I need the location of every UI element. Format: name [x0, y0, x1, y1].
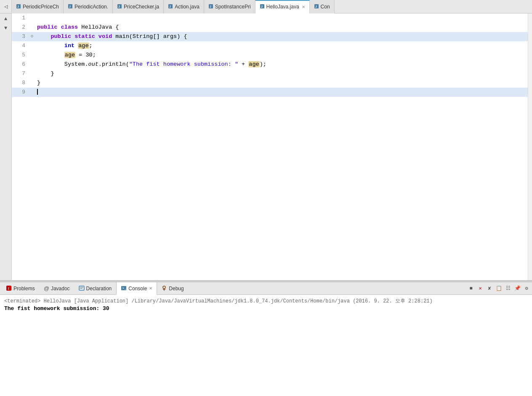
code-line-4: 4 int age; [12, 41, 528, 51]
editor-pane[interactable]: 12public class HelloJava {3⊖ public stat… [12, 13, 528, 280]
console-output-area: <terminated> HelloJava [Java Application… [0, 295, 532, 396]
code-area[interactable]: 12public class HelloJava {3⊖ public stat… [12, 13, 528, 280]
tab-hellojava[interactable]: JHelloJava.java✕ [255, 0, 310, 13]
tab-periodicaction[interactable]: JPeriodicAction. [63, 0, 113, 13]
tab-label: SpotInstancePri [215, 4, 251, 10]
editor-left-gutter: ▲ ▼ [0, 13, 12, 280]
tab-actionjava[interactable]: JAction.java [163, 0, 204, 13]
tab-periodicpricech[interactable]: JPeriodicPriceCh [11, 0, 64, 13]
collapse-gutter [29, 41, 35, 51]
line-content[interactable]: } [35, 69, 528, 78]
variable-age: age [248, 61, 259, 67]
line-content[interactable]: public static void main(String[] args) { [35, 32, 528, 41]
declaration-icon [79, 285, 85, 292]
bottom-panel: !Problems@JavadocDeclaration>_Console✕De… [0, 282, 532, 396]
bottom-tab-bar: !Problems@JavadocDeclaration>_Console✕De… [0, 282, 532, 295]
bottom-tab-label: Debug [169, 286, 184, 292]
console-output-line: The fist homework submission: 30 [4, 305, 528, 312]
string-literal: "The fist homework submission: " [129, 61, 238, 67]
stop-button[interactable]: ■ [467, 285, 475, 292]
keyword-int: int [64, 43, 74, 49]
collapse-gutter [29, 23, 35, 32]
keyword-void: void [98, 33, 112, 40]
line-number: 9 [12, 88, 29, 97]
tab-pricechecker[interactable]: JPriceChecker.ja [112, 0, 164, 13]
bottom-tab-console[interactable]: >_Console✕ [116, 282, 157, 295]
java-file-icon: J [68, 4, 73, 10]
error-icon: ! [6, 285, 12, 292]
code-line-7: 7 } [12, 69, 528, 78]
bottom-tab-javadoc[interactable]: @Javadoc [40, 282, 74, 295]
line-content[interactable] [35, 13, 528, 23]
pin-button[interactable]: 📌 [513, 285, 521, 292]
variable-age: age [78, 43, 89, 49]
java-file-icon: J [314, 4, 319, 10]
svg-text:J: J [118, 5, 120, 8]
svg-text:>_: >_ [122, 286, 127, 291]
keyword-static: static [74, 33, 95, 40]
bottom-tab-label: Problems [13, 286, 35, 292]
bottom-tab-label: Console [128, 286, 147, 292]
terminate-button[interactable]: ✕ [476, 285, 484, 292]
editor-tab-bar: ◁ JPeriodicPriceChJPeriodicAction.JPrice… [0, 0, 532, 13]
code-line-1: 1 [12, 13, 528, 23]
bottom-tab-close-icon[interactable]: ✕ [149, 286, 152, 291]
bottom-tab-debug[interactable]: Debug [157, 282, 188, 295]
line-number: 6 [12, 60, 29, 69]
line-number: 4 [12, 41, 29, 51]
bottom-tab-problems[interactable]: !Problems [2, 282, 40, 295]
line-content[interactable]: } [35, 78, 528, 88]
at-icon: @ [44, 285, 49, 292]
collapse-gutter[interactable]: ⊖ [29, 32, 35, 41]
tab-label: PeriodicPriceCh [23, 4, 59, 10]
line-number: 3 [12, 32, 29, 41]
code-line-5: 5 age = 30; [12, 51, 528, 60]
collapse-gutter [29, 60, 35, 69]
bottom-tab-label: Declaration [86, 286, 112, 292]
line-content[interactable]: int age; [35, 41, 528, 51]
svg-text:J: J [169, 5, 171, 8]
options-button[interactable]: ⚙ [523, 285, 530, 292]
java-file-icon: J [168, 4, 173, 10]
svg-point-21 [163, 286, 165, 289]
line-content[interactable]: age = 30; [35, 51, 528, 60]
collapse-gutter [29, 69, 35, 78]
code-line-2: 2public class HelloJava { [12, 23, 528, 32]
remove-all-button[interactable]: ✘ [486, 285, 493, 292]
gutter-arrow-down[interactable]: ▼ [3, 24, 8, 32]
bottom-tab-declaration[interactable]: Declaration [74, 282, 117, 295]
line-content[interactable]: public class HelloJava { [35, 23, 528, 32]
svg-text:J: J [315, 5, 317, 8]
svg-text:J: J [210, 5, 211, 8]
code-line-9: 9 [12, 88, 528, 97]
console-toolbar: ■ ✕ ✘ 📋 ☷ 📌 ⚙ [467, 285, 530, 292]
collapse-gutter [29, 13, 35, 23]
line-content[interactable] [35, 88, 528, 97]
line-number: 7 [12, 69, 29, 78]
code-line-6: 6 System.out.println("The fist homework … [12, 60, 528, 69]
collapse-gutter [29, 88, 35, 97]
sidebar-toggle-icon[interactable]: ◁ [0, 0, 12, 13]
tab-spotinstancepri[interactable]: JSpotInstancePri [204, 0, 255, 13]
console-terminated-line: <terminated> HelloJava [Java Application… [4, 297, 528, 305]
keyword-public: public [51, 33, 71, 40]
scrollbar[interactable] [528, 13, 532, 280]
debug-icon [161, 285, 167, 292]
tab-close-icon[interactable]: ✕ [302, 5, 305, 9]
gutter-arrow-up[interactable]: ▲ [3, 15, 8, 23]
tab-con[interactable]: JCon [309, 0, 335, 13]
tab-label: PriceChecker.ja [124, 4, 159, 10]
java-file-icon: J [208, 4, 213, 10]
view-menu-button[interactable]: ☷ [504, 285, 512, 292]
svg-text:J: J [17, 5, 19, 8]
line-number: 5 [12, 51, 29, 60]
line-number: 2 [12, 23, 29, 32]
line-content[interactable]: System.out.println("The fist homework su… [35, 60, 528, 69]
copy-output-button[interactable]: 📋 [495, 285, 503, 292]
console-icon: >_ [121, 285, 127, 292]
java-file-icon: J [117, 4, 122, 10]
code-line-3: 3⊖ public static void main(String[] args… [12, 32, 528, 41]
bottom-tab-label: Javadoc [51, 286, 70, 292]
collapse-gutter [29, 78, 35, 88]
variable-age: age [64, 52, 75, 58]
